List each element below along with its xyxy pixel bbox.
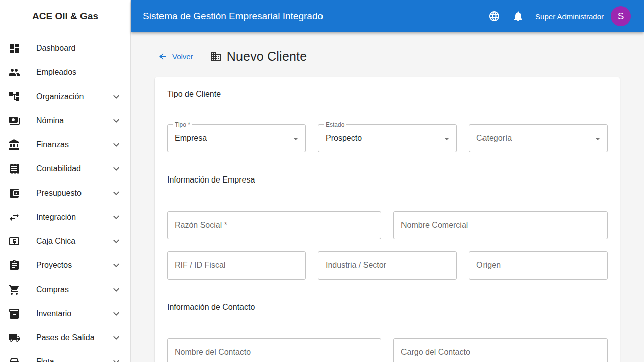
sidebar-item-caja-chica[interactable]: Caja Chica — [0, 229, 130, 253]
arrow-dropdown-icon — [290, 133, 302, 145]
back-button[interactable]: Volver — [155, 50, 197, 63]
tipo-select-label: Tipo * — [173, 121, 192, 129]
assignment-icon — [8, 259, 20, 272]
car-icon — [8, 356, 20, 362]
sidebar-item-proyectos[interactable]: Proyectos — [0, 253, 130, 278]
form-row-contacto — [167, 338, 608, 362]
tipo-select[interactable]: Tipo * Empresa — [167, 124, 306, 152]
nombre-comercial-input[interactable] — [393, 211, 608, 239]
chevron-down-icon — [110, 163, 122, 175]
cargo-contacto-input[interactable] — [393, 338, 608, 362]
sidebar-item-nomina[interactable]: Nómina — [0, 109, 130, 133]
section-title-tipo-cliente: Tipo de Cliente — [167, 89, 608, 99]
sidebar-item-compras[interactable]: Compras — [0, 278, 130, 302]
language-icon[interactable] — [488, 10, 500, 22]
arrow-dropdown-icon — [441, 133, 453, 145]
wallet-icon — [8, 187, 20, 199]
section-divider — [167, 191, 608, 191]
sidebar-item-label: Pases de Salida — [36, 333, 110, 342]
sidebar-item-flota[interactable]: Flota — [0, 350, 130, 362]
sidebar-item-label: Empleados — [36, 68, 122, 77]
inventory-icon — [8, 308, 20, 320]
form-row-tipo: Tipo * Empresa Estado Prospecto Categorí… — [167, 124, 608, 152]
notifications-icon[interactable] — [512, 10, 524, 22]
chevron-down-icon — [110, 235, 122, 247]
sidebar-item-label: Inventario — [36, 309, 110, 318]
origen-input[interactable] — [469, 251, 608, 280]
receipt-icon — [8, 163, 20, 175]
form-row-empresa-2 — [167, 251, 608, 280]
sidebar-item-label: Integración — [36, 213, 110, 222]
topbar-actions: Super Administrador S — [488, 6, 631, 26]
sidebar-item-dashboard[interactable]: Dashboard — [0, 36, 130, 60]
categoria-select[interactable]: Categoría — [469, 124, 608, 152]
arrow-dropdown-icon — [592, 133, 604, 145]
sidebar-item-label: Contabilidad — [36, 164, 110, 173]
title-group: Nuevo Cliente — [210, 49, 307, 64]
estado-select-value: Prospecto — [326, 134, 362, 143]
chevron-down-icon — [110, 90, 122, 103]
dashboard-icon — [8, 42, 20, 54]
sidebar-item-presupuesto[interactable]: Presupuesto — [0, 181, 130, 205]
chevron-down-icon — [110, 211, 122, 223]
sidebar-item-organizacion[interactable]: Organización — [0, 84, 130, 109]
arrow-back-icon — [158, 52, 168, 61]
sidebar-item-label: Proyectos — [36, 261, 110, 270]
chevron-down-icon — [110, 187, 122, 199]
sidebar-item-label: Flota — [36, 357, 110, 362]
section-title-contacto: Información de Contacto — [167, 303, 608, 312]
payments-icon — [8, 115, 20, 127]
user-name: Super Administrador — [535, 12, 604, 21]
sidebar: ACE Oil & Gas Dashboard Empleados Organi… — [0, 0, 131, 362]
sidebar-item-label: Caja Chica — [36, 237, 110, 246]
sidebar-item-label: Dashboard — [36, 44, 122, 53]
sidebar-item-label: Presupuesto — [36, 189, 110, 198]
industria-sector-input[interactable] — [318, 251, 457, 280]
bank-icon — [8, 139, 20, 151]
chevron-down-icon — [110, 139, 122, 151]
section-title-empresa: Información de Empresa — [167, 175, 608, 185]
swap-horiz-icon — [8, 211, 20, 223]
page-content: Volver Nuevo Cliente Tipo de Cliente Tip… — [131, 32, 644, 362]
sidebar-item-contabilidad[interactable]: Contabilidad — [0, 157, 130, 181]
sidebar-item-label: Nómina — [36, 116, 110, 125]
chevron-down-icon — [110, 332, 122, 344]
sidebar-item-integracion[interactable]: Integración — [0, 205, 130, 229]
avatar[interactable]: S — [611, 6, 631, 26]
chevron-down-icon — [110, 259, 122, 272]
nombre-contacto-input[interactable] — [167, 338, 381, 362]
chevron-down-icon — [110, 308, 122, 320]
local-atm-icon — [8, 235, 20, 247]
rif-id-fiscal-input[interactable] — [167, 251, 306, 280]
app-title: Sistema de Gestión Empresarial Integrado — [143, 11, 488, 22]
form-card: Tipo de Cliente Tipo * Empresa Estado Pr… — [155, 77, 620, 362]
brand-title: ACE Oil & Gas — [0, 0, 130, 32]
org-tree-icon — [8, 90, 20, 103]
section-divider — [167, 318, 608, 318]
form-row-empresa-1 — [167, 211, 608, 239]
estado-select[interactable]: Estado Prospecto — [318, 124, 457, 152]
sidebar-item-label: Compras — [36, 285, 110, 294]
tipo-select-value: Empresa — [175, 134, 207, 143]
truck-icon — [8, 332, 20, 344]
sidebar-item-empleados[interactable]: Empleados — [0, 60, 130, 84]
sidebar-item-label: Finanzas — [36, 140, 110, 149]
shopping-cart-icon — [8, 284, 20, 296]
people-icon — [8, 66, 20, 78]
business-icon — [210, 51, 222, 62]
section-divider — [167, 105, 608, 105]
chevron-down-icon — [110, 115, 122, 127]
sidebar-item-inventario[interactable]: Inventario — [0, 302, 130, 326]
sidebar-item-finanzas[interactable]: Finanzas — [0, 133, 130, 157]
estado-select-label: Estado — [324, 121, 346, 129]
page-header: Volver Nuevo Cliente — [155, 49, 620, 64]
sidebar-item-pases-de-salida[interactable]: Pases de Salida — [0, 326, 130, 350]
back-label: Volver — [172, 52, 193, 61]
chevron-down-icon — [110, 284, 122, 296]
topbar: Sistema de Gestión Empresarial Integrado… — [131, 0, 644, 32]
categoria-select-label: Categoría — [476, 134, 512, 143]
sidebar-item-label: Organización — [36, 92, 110, 101]
app-root: ACE Oil & Gas Dashboard Empleados Organi… — [0, 0, 644, 362]
main-area: Sistema de Gestión Empresarial Integrado… — [131, 0, 644, 362]
razon-social-input[interactable] — [167, 211, 381, 239]
